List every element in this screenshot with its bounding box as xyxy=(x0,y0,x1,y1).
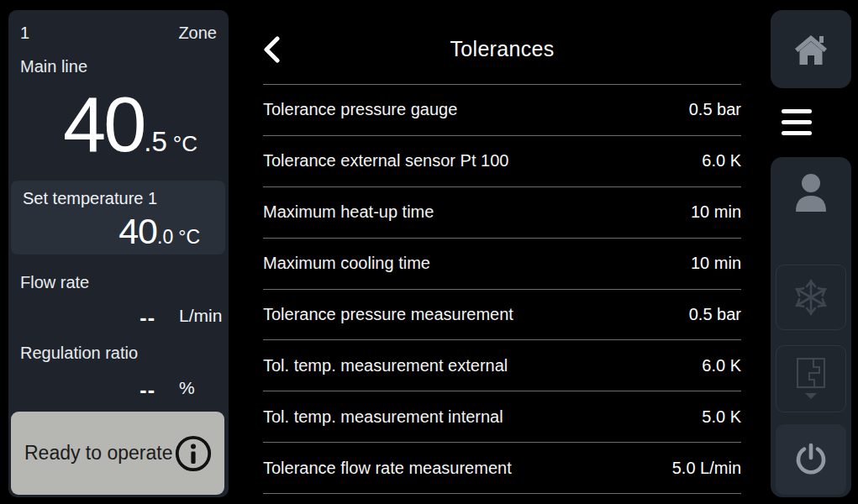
line-label: Main line xyxy=(20,57,87,76)
regulation-ratio-label: Regulation ratio xyxy=(20,344,138,363)
set-temp-unit: °C xyxy=(178,226,200,249)
regulation-ratio-unit: % xyxy=(179,378,195,398)
tolerance-label: Tolerance flow rate measurement xyxy=(263,459,512,478)
zone-label: Zone xyxy=(178,24,217,43)
list-item[interactable]: Maximum cooling time 10 min xyxy=(263,239,741,290)
tolerance-value: 6.0 K xyxy=(702,356,741,375)
freeze-button[interactable] xyxy=(776,265,846,330)
list-item[interactable]: Tolerance pressure gauge 0.5 bar xyxy=(263,85,741,136)
tolerance-value: 5.0 K xyxy=(702,407,741,427)
main-temp-integer: 40 xyxy=(63,86,144,163)
sidebar-column xyxy=(771,157,851,497)
tolerance-label: Tol. temp. measurement internal xyxy=(263,407,503,427)
snowflake-icon xyxy=(792,278,830,317)
tolerance-value: 0.5 bar xyxy=(689,100,741,119)
tolerance-label: Maximum cooling time xyxy=(263,254,430,273)
main-temperature-display: 40 .5 °C xyxy=(20,86,240,163)
tolerance-label: Tolerance pressure measurement xyxy=(263,305,513,324)
set-temp-decimal: .0 xyxy=(157,226,173,249)
tolerance-label: Tolerance pressure gauge xyxy=(263,100,457,119)
status-button[interactable]: Ready to operate xyxy=(11,412,224,495)
tolerance-value: 10 min xyxy=(691,254,741,273)
set-temperature-card[interactable]: Set temperature 1 40 .0 °C xyxy=(11,181,225,255)
hamburger-icon xyxy=(782,109,812,113)
main-temp-unit: °C xyxy=(173,131,197,157)
status-text: Ready to operate xyxy=(24,442,174,465)
user-icon xyxy=(792,172,830,213)
set-temperature-label: Set temperature 1 xyxy=(23,189,213,208)
sidebar-item-menu-active[interactable] xyxy=(748,90,845,154)
list-item[interactable]: Maximum heat-up time 10 min xyxy=(263,187,741,239)
mold-eject-button[interactable] xyxy=(776,345,846,412)
set-temperature-value: 40 .0 °C xyxy=(23,213,213,249)
tolerance-list: Tolerance pressure gauge 0.5 bar Toleran… xyxy=(263,84,741,494)
tolerance-label: Maximum heat-up time xyxy=(263,202,434,222)
regulation-ratio-row: -- % xyxy=(8,378,229,403)
flow-rate-unit: L/min xyxy=(179,306,222,326)
home-icon xyxy=(793,33,829,66)
page-title: Tolerances xyxy=(263,37,741,64)
zone-header: 1 Zone xyxy=(20,24,217,43)
flow-rate-value: -- xyxy=(8,306,155,330)
tolerance-label: Tol. temp. measurement external xyxy=(263,356,508,375)
tolerance-value: 6.0 K xyxy=(702,151,741,171)
tolerance-value: 10 min xyxy=(691,202,741,222)
tolerance-value: 0.5 bar xyxy=(689,305,741,324)
hmi-screen: 1 Zone Main line 40 .5 °C Set temperatur… xyxy=(0,0,858,504)
zone-number: 1 xyxy=(20,24,29,43)
mold-eject-icon xyxy=(794,357,828,401)
set-temp-integer: 40 xyxy=(118,213,157,249)
list-item[interactable]: Tol. temp. measurement internal 5.0 K xyxy=(263,391,741,443)
power-icon xyxy=(793,442,829,477)
tolerance-label: Tolerance external sensor Pt 100 xyxy=(263,151,508,171)
sidebar-item-user[interactable] xyxy=(771,172,851,213)
sidebar-item-home[interactable] xyxy=(771,10,851,88)
list-item[interactable]: Tol. temp. measurement external 6.0 K xyxy=(263,340,741,391)
tolerance-value: 5.0 L/min xyxy=(672,459,741,478)
list-item[interactable]: Tolerance external sensor Pt 100 6.0 K xyxy=(263,136,741,187)
list-item[interactable]: Tolerance pressure measurement 0.5 bar xyxy=(263,290,741,341)
flow-rate-row: -- L/min xyxy=(8,306,229,331)
flow-rate-label: Flow rate xyxy=(20,273,89,292)
info-icon[interactable] xyxy=(174,434,213,473)
power-button[interactable] xyxy=(776,424,846,495)
zone-panel: 1 Zone Main line 40 .5 °C Set temperatur… xyxy=(8,10,229,497)
list-item[interactable]: Tolerance flow rate measurement 5.0 L/mi… xyxy=(263,443,741,494)
regulation-ratio-value: -- xyxy=(8,378,155,402)
main-temp-decimal: .5 xyxy=(144,126,167,158)
